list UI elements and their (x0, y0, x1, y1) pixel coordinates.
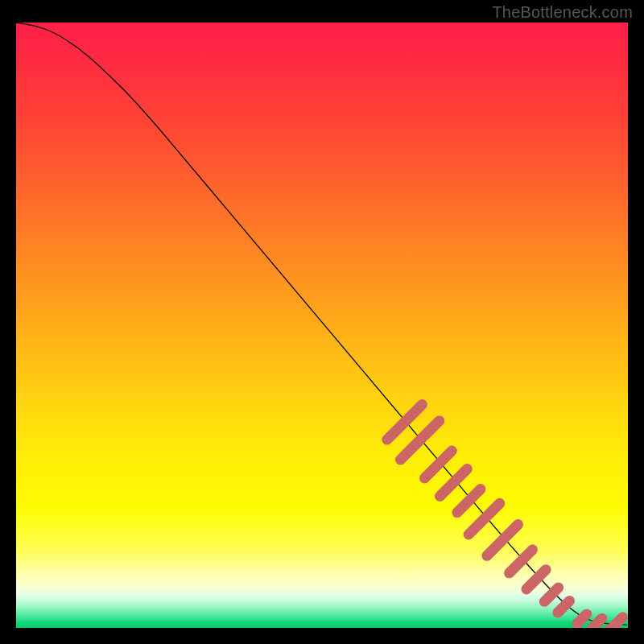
data-marker (457, 489, 481, 513)
watermark-text: TheBottleneck.com (492, 3, 633, 22)
data-marker (609, 617, 622, 628)
data-marker (592, 618, 602, 628)
data-marker (469, 503, 500, 535)
data-marker (526, 570, 546, 589)
data-marker (510, 550, 533, 573)
data-marker (440, 469, 468, 497)
data-marker (487, 525, 518, 556)
curve-layer (16, 23, 628, 628)
data-marker (577, 614, 587, 624)
chart-frame: TheBottleneck.com (0, 0, 644, 644)
data-marker (425, 451, 452, 478)
performance-curve (16, 23, 628, 625)
data-marker (544, 588, 558, 601)
data-marker (558, 601, 570, 613)
marker-group (387, 405, 623, 628)
plot-area (16, 23, 628, 628)
